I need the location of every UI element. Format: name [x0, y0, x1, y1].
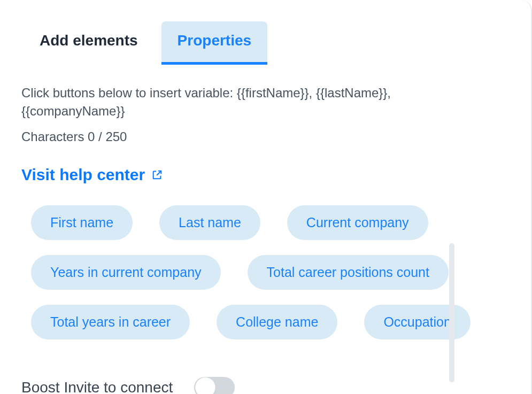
help-center-link[interactable]: Visit help center: [21, 166, 163, 184]
boost-label: Boost Invite to connect: [21, 379, 173, 394]
external-link-icon: [151, 169, 163, 181]
panel-content: Click buttons below to insert variable: …: [0, 65, 492, 394]
variable-pill-group: First name Last name Current company Yea…: [21, 205, 471, 339]
variable-hint-text: Click buttons below to insert variable: …: [21, 84, 460, 120]
pill-college-name[interactable]: College name: [217, 305, 337, 339]
pill-last-name[interactable]: Last name: [159, 205, 260, 240]
pill-total-years-in-career[interactable]: Total years in career: [31, 305, 190, 339]
boost-row: Boost Invite to connect: [21, 377, 471, 394]
panel-right-edge: [521, 0, 532, 394]
tab-properties[interactable]: Properties: [161, 21, 268, 65]
pill-current-company[interactable]: Current company: [287, 205, 428, 240]
pill-total-career-positions-count[interactable]: Total career positions count: [248, 255, 449, 290]
tab-add-elements[interactable]: Add elements: [37, 21, 140, 62]
boost-toggle[interactable]: [194, 377, 235, 394]
tabs-row: Add elements Properties: [0, 0, 492, 65]
character-counter: Characters 0 / 250: [21, 129, 471, 144]
pill-occupation[interactable]: Occupation: [364, 305, 470, 339]
pill-first-name[interactable]: First name: [31, 205, 133, 240]
scrollbar[interactable]: [449, 243, 454, 382]
help-center-label: Visit help center: [21, 166, 145, 184]
pill-years-in-current-company[interactable]: Years in current company: [31, 255, 221, 290]
properties-panel: Add elements Properties Click buttons be…: [0, 0, 492, 394]
toggle-knob: [195, 377, 215, 394]
